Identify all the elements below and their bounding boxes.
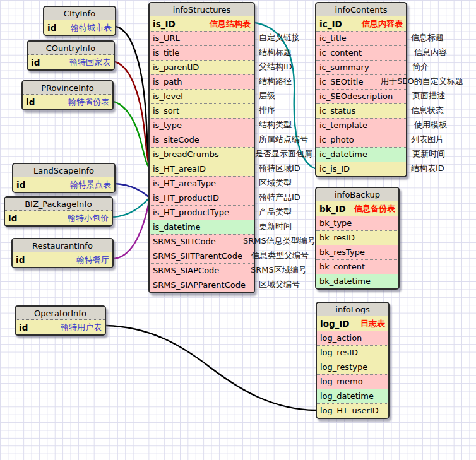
table-cn-name-note: 翰特景点表 <box>70 178 111 192</box>
table-title-BIZ_PackageInfo[interactable]: BIZ_PackageInfo <box>5 198 112 211</box>
field-annotation-ic_SEOtitle: 用于SEO的自定义标题 <box>381 76 463 87</box>
table-CItyInfo[interactable]: CItyInfoid翰特城市表 <box>43 6 116 36</box>
table-RestaurantInfo[interactable]: RestaurantInfoid翰特餐厅 <box>11 238 114 268</box>
field-row-infoStructures-is_HT_areaType[interactable]: is_HT_areaType <box>150 176 254 191</box>
field-annotation-SRMS_SIAPCode: SRMS区域编号 <box>251 264 307 276</box>
table-COuntryInfo[interactable]: COuntryInfoid翰特国家表 <box>27 40 115 71</box>
table-infoStructures[interactable]: infoStructuresis_ID信息结构表is_URLis_titleis… <box>148 2 255 293</box>
field-row-infoStructures-is_level[interactable]: is_level <box>150 89 254 103</box>
relationship-line-OperatorInfo.id-to-infoLogs.log_HT_userID[interactable] <box>106 326 316 410</box>
table-title-OperatorInfo[interactable]: OperatorInfo <box>16 307 105 320</box>
field-row-infoContents-ic_datetime[interactable]: ic_datetime <box>316 147 406 162</box>
table-title-PRovinceInfo[interactable]: PRovinceInfo <box>23 81 112 95</box>
table-title-COuntryInfo[interactable]: COuntryInfo <box>28 42 114 55</box>
field-annotation-is_parentID: 父结构ID <box>259 61 292 73</box>
field-row-infoLogs-log_datetime[interactable]: log_datetime <box>317 389 388 403</box>
table-infoBackup[interactable]: infoBackupbk_ID信息备份表bk_typebk_resIDbk_re… <box>315 187 400 290</box>
field-row-infoStructures-SRMS_SIITParentCode[interactable]: SRMS_SIITParentCode <box>150 249 254 263</box>
field-row-PRovinceInfo-id[interactable]: id翰特省份表 <box>23 95 112 109</box>
field-row-infoLogs-log_resID[interactable]: log_resID <box>317 345 388 360</box>
field-row-BIZ_PackageInfo-id[interactable]: id翰特小包价 <box>5 211 112 225</box>
field-row-infoStructures-is_path[interactable]: is_path <box>150 74 254 89</box>
field-name: ic_SEOtitle <box>319 75 363 89</box>
field-annotation-SRMS_SIAPParentCode: 区域父编号 <box>259 279 300 290</box>
field-row-infoBackup-bk_content[interactable]: bk_content <box>316 259 398 274</box>
field-row-infoBackup-bk_ID[interactable]: bk_ID信息备份表 <box>316 201 398 216</box>
table-OperatorInfo[interactable]: OperatorInfoid翰特用户表 <box>15 305 106 336</box>
field-row-infoStructures-is_HT_productType[interactable]: is_HT_productType <box>150 205 254 220</box>
table-title-infoContents[interactable]: infoContents <box>316 3 406 16</box>
table-title-infoLogs[interactable]: infoLogs <box>317 303 388 316</box>
table-title-CItyInfo[interactable]: CItyInfo <box>44 7 115 20</box>
field-row-LandScapeInfo-id[interactable]: id翰特景点表 <box>13 177 114 192</box>
field-row-infoContents-ic_status[interactable]: ic_status <box>316 103 406 118</box>
field-row-infoStructures-is_siteCode[interactable]: is_siteCode <box>150 133 254 147</box>
table-LandScapeInfo[interactable]: LandScapeInfoid翰特景点表 <box>12 163 116 193</box>
field-row-infoContents-ic_content[interactable]: ic_content <box>316 45 406 60</box>
field-row-RestaurantInfo-id[interactable]: id翰特餐厅 <box>13 252 112 267</box>
table-title-LandScapeInfo[interactable]: LandScapeInfo <box>13 164 114 177</box>
field-row-infoContents-ic_photo[interactable]: ic_photo <box>316 133 406 147</box>
field-row-infoContents-ic_summary[interactable]: ic_summary <box>316 60 406 74</box>
field-name: is_HT_productID <box>153 191 219 205</box>
table-title-infoStructures[interactable]: infoStructures <box>150 3 254 16</box>
field-row-infoStructures-is_HT_areaID[interactable]: is_HT_areaID <box>150 162 254 176</box>
table-cn-name-note: 日志表 <box>360 317 385 331</box>
table-BIZ_PackageInfo[interactable]: BIZ_PackageInfoid翰特小包价 <box>4 196 113 227</box>
field-row-infoContents-ic_template[interactable]: ic_template <box>316 118 406 133</box>
relationship-line-COuntryInfo.id-to-infoStructures.is_HT_areaID[interactable] <box>115 62 150 168</box>
field-name: is_HT_areaType <box>153 177 216 191</box>
field-name: ic_content <box>319 46 362 60</box>
field-row-infoStructures-is_ID[interactable]: is_ID信息结构表 <box>150 16 254 31</box>
field-row-infoStructures-is_parentID[interactable]: is_parentID <box>150 60 254 74</box>
table-infoLogs[interactable]: infoLogslog_ID日志表log_actionlog_resIDlog_… <box>316 302 390 419</box>
field-row-infoStructures-is_type[interactable]: is_type <box>150 118 254 133</box>
relationship-line-RestaurantInfo.id-to-infoStructures.is_HT_productID[interactable] <box>114 199 150 259</box>
field-row-infoContents-ic_SEOdescription[interactable]: ic_SEOdescription <box>316 89 406 103</box>
field-row-infoLogs-log_memo[interactable]: log_memo <box>317 374 388 389</box>
field-row-COuntryInfo-id[interactable]: id翰特国家表 <box>28 55 114 69</box>
field-annotation-ic_photo: 列表图片 <box>411 134 444 145</box>
relationship-line-LandScapeInfo.id-to-infoStructures.is_HT_productID[interactable] <box>116 184 150 198</box>
field-row-OperatorInfo-id[interactable]: id翰特用户表 <box>16 320 105 334</box>
field-row-infoStructures-is_URL[interactable]: is_URL <box>150 31 254 45</box>
field-row-infoStructures-SRMS_SIAPParentCode[interactable]: SRMS_SIAPParentCode <box>150 278 254 292</box>
field-name: SRMS_SIAPCode <box>153 264 219 278</box>
field-row-infoBackup-bk_type[interactable]: bk_type <box>316 216 398 230</box>
field-row-infoBackup-bk_datetime[interactable]: bk_datetime <box>316 274 398 288</box>
table-title-RestaurantInfo[interactable]: RestaurantInfo <box>13 239 112 252</box>
field-row-CItyInfo-id[interactable]: id翰特城市表 <box>44 20 115 35</box>
field-name: log_memo <box>320 375 363 389</box>
field-row-infoLogs-log_restype[interactable]: log_restype <box>317 360 388 374</box>
table-cn-name-note: 翰特餐厅 <box>76 253 109 267</box>
field-row-infoBackup-bk_resID[interactable]: bk_resID <box>316 230 398 245</box>
field-name: ic_ID <box>319 17 342 31</box>
field-annotation-ic_title: 信息标题 <box>411 32 444 44</box>
field-row-infoContents-ic_ID[interactable]: ic_ID信息内容表 <box>316 16 406 31</box>
field-row-infoStructures-SRMS_SIITCode[interactable]: SRMS_SIITCode <box>150 234 254 249</box>
table-title-infoBackup[interactable]: infoBackup <box>316 188 398 201</box>
field-row-infoLogs-log_ID[interactable]: log_ID日志表 <box>317 316 388 331</box>
field-row-infoContents-ic_is_ID[interactable]: ic_is_ID <box>316 162 406 176</box>
field-row-infoStructures-is_title[interactable]: is_title <box>150 45 254 60</box>
table-infoContents[interactable]: infoContentsic_ID信息内容表ic_titleic_content… <box>315 2 407 177</box>
field-name: is_parentID <box>153 61 199 74</box>
field-row-infoBackup-bk_resType[interactable]: bk_resType <box>316 245 398 259</box>
field-row-infoContents-ic_title[interactable]: ic_title <box>316 31 406 45</box>
field-row-infoStructures-is_sort[interactable]: is_sort <box>150 103 254 118</box>
field-row-infoStructures-is_HT_productID[interactable]: is_HT_productID <box>150 191 254 205</box>
field-row-infoStructures-is_datetime[interactable]: is_datetime <box>150 220 254 234</box>
field-row-infoLogs-log_HT_userID[interactable]: log_HT_userID <box>317 403 388 418</box>
relationship-line-BIZ_PackageInfo.id-to-infoStructures.is_HT_productID[interactable] <box>113 198 150 217</box>
table-cn-name-note: 翰特小包价 <box>68 211 109 225</box>
field-name: log_resID <box>320 346 358 360</box>
table-PRovinceInfo[interactable]: PRovinceInfoid翰特省份表 <box>21 80 114 110</box>
field-name: is_breadCrumbs <box>153 148 219 162</box>
field-name: ic_template <box>319 119 367 133</box>
field-name: is_sort <box>153 104 179 118</box>
relationship-line-CItyInfo.id-to-infoStructures.is_HT_areaID[interactable] <box>116 27 150 168</box>
field-name: SRMS_SIAPParentCode <box>153 278 246 292</box>
field-row-infoLogs-log_action[interactable]: log_action <box>317 331 388 345</box>
field-row-infoStructures-is_breadCrumbs[interactable]: is_breadCrumbs <box>150 147 254 162</box>
field-row-infoStructures-SRMS_SIAPCode[interactable]: SRMS_SIAPCode <box>150 263 254 278</box>
